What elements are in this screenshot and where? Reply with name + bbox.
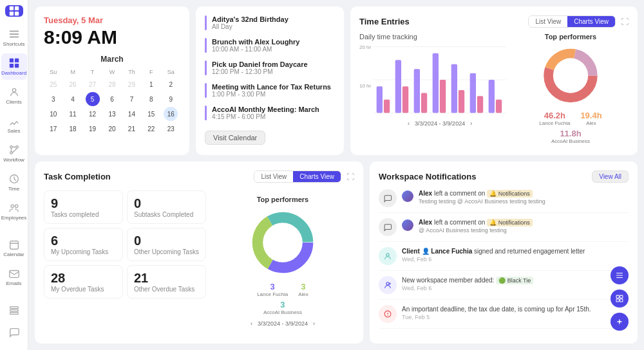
cal-day[interactable]: 18 bbox=[66, 122, 80, 136]
notifications-list: Alex left a comment on 🔔 Notifications T… bbox=[379, 189, 629, 335]
cal-day[interactable]: 13 bbox=[105, 107, 119, 121]
cal-day[interactable]: 14 bbox=[124, 107, 138, 121]
cal-day[interactable]: 17 bbox=[46, 122, 61, 136]
sidebar-item-employees[interactable]: Employees bbox=[1, 198, 27, 225]
action-icon-list[interactable] bbox=[611, 266, 629, 284]
svg-rect-57 bbox=[616, 299, 619, 302]
action-icon-plus[interactable] bbox=[611, 313, 629, 331]
sidebar-item-clients[interactable]: Clients bbox=[1, 82, 27, 109]
svg-rect-35 bbox=[489, 80, 495, 113]
cal-day[interactable]: 26 bbox=[66, 77, 80, 91]
chart-date-range: 3/3/2024 - 3/9/2024 bbox=[415, 120, 465, 127]
event-item: Meeting with Lance for Tax Returns 1:00 … bbox=[205, 83, 335, 98]
view-all-button[interactable]: View All bbox=[592, 170, 629, 183]
notification-item: New workspace member added: 🟢 Black Tie … bbox=[379, 276, 629, 300]
notification-item: Alex left a comment on 🔔 Notifications T… bbox=[379, 189, 629, 213]
svg-point-51 bbox=[263, 223, 303, 262]
sidebar-item-list[interactable] bbox=[1, 300, 27, 320]
task-nav-next[interactable]: › bbox=[313, 320, 315, 327]
event-bar bbox=[205, 38, 207, 53]
task-completion-title: Task Completion bbox=[44, 172, 111, 181]
cal-day[interactable]: 29 bbox=[124, 77, 138, 91]
action-icon-grid[interactable] bbox=[611, 290, 629, 308]
svg-rect-55 bbox=[616, 295, 619, 298]
cal-day[interactable]: 19 bbox=[86, 122, 100, 136]
event-bar bbox=[205, 106, 207, 120]
task-donut-svg bbox=[247, 207, 318, 278]
date-title: Tuesday, 5 Mar bbox=[44, 15, 180, 25]
cal-day[interactable]: 3 bbox=[46, 92, 61, 106]
task-nav-prev[interactable]: ‹ bbox=[251, 320, 252, 327]
time-entries-tab-group: List View Charts View bbox=[528, 15, 616, 28]
cal-day[interactable]: 22 bbox=[144, 122, 158, 136]
cal-day[interactable]: 1 bbox=[144, 77, 158, 91]
svg-rect-28 bbox=[421, 93, 427, 113]
task-legend: 3 Lance Fuchia 3 Alex bbox=[257, 282, 308, 297]
task-tab-list[interactable]: List View bbox=[254, 171, 293, 182]
cal-header-th: Th bbox=[122, 68, 141, 77]
sidebar-item-shortcuts[interactable]: Shortcuts bbox=[1, 24, 27, 51]
notif-content-2: Alex left a comment on 🔔 Notifications @… bbox=[419, 218, 629, 234]
chart-nav-next[interactable]: › bbox=[470, 120, 472, 127]
notif-comment-icon-2 bbox=[379, 218, 397, 236]
task-date-range: 3/3/2024 - 3/9/2024 bbox=[258, 320, 308, 327]
sidebar-item-emails[interactable]: Emails bbox=[1, 264, 27, 290]
cal-day[interactable]: 23 bbox=[164, 122, 178, 136]
sidebar-item-sales[interactable]: Sales bbox=[1, 111, 27, 138]
task-body: 9 Tasks completed 0 Subtasks Completed 6… bbox=[44, 188, 354, 335]
cal-day[interactable]: 9 bbox=[164, 92, 178, 106]
cal-day[interactable]: 21 bbox=[124, 122, 138, 136]
cal-day[interactable]: 25 bbox=[46, 77, 61, 91]
performer-accoai: 11.8h AccoAI Business bbox=[551, 129, 590, 144]
sidebar-item-dashboard[interactable]: Dashboard bbox=[1, 53, 27, 80]
events-panel: Aditya's 32nd Birthday All Day Brunch wi… bbox=[196, 6, 344, 155]
event-details: Meeting with Lance for Tax Returns 1:00 … bbox=[212, 83, 331, 98]
cal-day[interactable]: 4 bbox=[66, 92, 80, 106]
cal-day[interactable]: 11 bbox=[66, 107, 80, 121]
cal-day[interactable]: 20 bbox=[105, 122, 119, 136]
cal-header-f: F bbox=[142, 68, 160, 77]
tab-list-view[interactable]: List View bbox=[529, 16, 567, 27]
cal-day-today[interactable]: 5 bbox=[86, 92, 100, 106]
event-bar bbox=[205, 60, 207, 75]
event-item: Aditya's 32nd Birthday All Day bbox=[205, 15, 335, 30]
svg-rect-33 bbox=[470, 73, 476, 113]
sidebar-item-chat[interactable] bbox=[1, 322, 27, 342]
main-content: Tuesday, 5 Mar 8:09 AM March Su M T W Th… bbox=[28, 0, 644, 350]
cal-day[interactable]: 12 bbox=[86, 107, 100, 121]
performer-lance: 46.2h Lance Fuchia bbox=[539, 111, 570, 126]
sidebar-item-time[interactable]: Time bbox=[1, 169, 27, 196]
cal-day[interactable]: 8 bbox=[144, 92, 158, 106]
task-expand-icon[interactable]: ⛶ bbox=[346, 172, 354, 181]
cal-day[interactable]: 27 bbox=[86, 77, 100, 91]
cal-day[interactable]: 10 bbox=[46, 107, 61, 121]
notification-item: Client 👤 Lance Fuchia signed and returne… bbox=[379, 247, 629, 271]
cal-header-w: W bbox=[102, 68, 121, 77]
notif-comment-icon bbox=[379, 189, 397, 207]
event-bar bbox=[205, 83, 207, 98]
cal-day[interactable]: 2 bbox=[164, 77, 178, 91]
expand-icon[interactable]: ⛶ bbox=[621, 17, 629, 26]
sidebar-item-calendar[interactable]: Calendar bbox=[1, 235, 27, 261]
cal-day[interactable]: 15 bbox=[144, 107, 158, 121]
cal-day-highlight[interactable]: 16 bbox=[164, 107, 178, 121]
chart-nav-prev[interactable]: ‹ bbox=[408, 120, 410, 127]
cal-day[interactable]: 7 bbox=[124, 92, 138, 106]
cal-day[interactable]: 6 bbox=[105, 92, 119, 106]
sidebar-item-workflow[interactable]: Workflow bbox=[1, 140, 27, 167]
cal-day[interactable]: 28 bbox=[105, 77, 119, 91]
top-performers-legend: 46.2h Lance Fuchia 19.4h Alex bbox=[539, 111, 601, 126]
svg-rect-5 bbox=[14, 59, 18, 62]
top-performers-donut bbox=[538, 44, 603, 107]
tab-charts-view[interactable]: Charts View bbox=[567, 16, 615, 27]
svg-rect-56 bbox=[620, 295, 623, 298]
svg-point-14 bbox=[15, 205, 18, 208]
visit-calendar-button[interactable]: Visit Calendar bbox=[205, 131, 265, 145]
event-bar bbox=[205, 15, 207, 30]
svg-point-8 bbox=[12, 89, 15, 92]
task-tab-charts[interactable]: Charts View bbox=[293, 171, 341, 182]
notifications-title: Workspace Notifications bbox=[379, 172, 476, 181]
svg-point-47 bbox=[553, 58, 588, 93]
svg-point-13 bbox=[11, 205, 14, 208]
notif-content-4: New workspace member added: 🟢 Black Tie … bbox=[402, 276, 629, 291]
